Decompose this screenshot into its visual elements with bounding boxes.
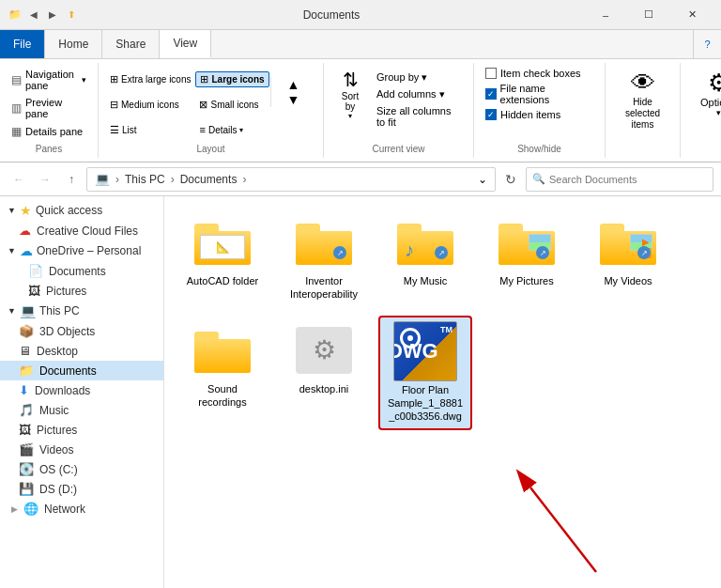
hidden-items-option[interactable]: ✓ Hidden items	[482, 108, 597, 121]
list-icon: ☰	[110, 124, 119, 136]
show-hide-items: Item check boxes ✓ File name extensions …	[482, 67, 597, 142]
maximize-button[interactable]: ☐	[627, 0, 670, 30]
size-columns-button[interactable]: Size all columns to fit	[373, 104, 466, 129]
tab-view[interactable]: View	[160, 30, 211, 58]
list-button[interactable]: ☰ List	[106, 123, 194, 137]
my-pictures-arrow: ↗	[536, 246, 549, 259]
sound-recordings-folder-icon	[194, 328, 251, 373]
minimize-button[interactable]: –	[584, 0, 627, 30]
window-icon: 📁	[8, 8, 23, 23]
add-columns-button[interactable]: Add columns ▾	[373, 87, 466, 101]
file-item-my-music[interactable]: ♪ ↗ My Music	[378, 208, 472, 308]
group-by-button[interactable]: Group by ▾	[373, 70, 466, 85]
sidebar-section-this-pc[interactable]: ▼ 💻 This PC	[0, 301, 163, 321]
group-by-label: Group by ▾	[376, 71, 427, 84]
close-button[interactable]: ✕	[670, 0, 713, 30]
file-item-inventor[interactable]: ↗ Inventor Interoperability	[277, 208, 371, 308]
tab-share[interactable]: Share	[102, 30, 160, 58]
ribbon-help-button[interactable]: ?	[693, 30, 721, 58]
sidebar-item-ds-d[interactable]: 💾 DS (D:)	[0, 479, 163, 499]
my-pictures-label: My Pictures	[499, 274, 553, 287]
onedrive-expand-icon: ▼	[8, 246, 16, 255]
details-pane-button[interactable]: ▦ Details pane	[8, 123, 90, 140]
quick-access-toolbar-forward[interactable]: ▶	[45, 8, 60, 23]
file-item-my-pictures[interactable]: ↗ My Pictures	[480, 208, 574, 308]
hidden-items-checkbox: ✓	[485, 109, 497, 120]
sound-recordings-label: Sound recordings	[182, 382, 263, 410]
os-c-icon: 💽	[19, 462, 34, 476]
onedrive-pictures-icon: 🖼	[28, 284, 40, 298]
preview-pane-button[interactable]: ▥ Preview pane	[8, 95, 90, 121]
panes-group-label: Panes	[8, 142, 90, 154]
forward-button[interactable]: →	[34, 168, 56, 191]
annotation-arrow	[521, 459, 634, 572]
small-icons-button[interactable]: ⊠ Small icons	[195, 98, 268, 112]
layout-group-label: Layout	[106, 142, 315, 154]
content-area[interactable]: 📐 AutoCAD folder ↗ Inventor Interoperabi…	[164, 196, 721, 588]
sort-by-button[interactable]: ⇅ Sort by ▾	[331, 67, 369, 122]
navigation-pane-button[interactable]: ▤ Navigation pane ▾	[8, 67, 90, 93]
sound-recordings-icon-wrapper	[190, 322, 255, 379]
layout-expand-button[interactable]: ▲ ▼	[270, 77, 315, 107]
medium-icons-icon: ⊟	[110, 99, 118, 111]
floor-plan-dwg-icon: TM DWG	[393, 321, 457, 381]
path-dropdown-arrow[interactable]: ⌄	[478, 173, 487, 186]
search-input[interactable]	[549, 174, 707, 185]
hide-selected-button[interactable]: 👁 Hide selecteditems	[613, 67, 672, 134]
sidebar-item-os-c[interactable]: 💽 OS (C:)	[0, 459, 163, 479]
ribbon-content: ▤ Navigation pane ▾ ▥ Preview pane ▦ Det…	[0, 59, 721, 162]
back-button[interactable]: ←	[8, 168, 30, 191]
medium-icons-button[interactable]: ⊟ Medium icons	[106, 98, 194, 112]
file-item-desktop-ini[interactable]: ⚙ desktop.ini	[277, 316, 371, 431]
up-button[interactable]: ↑	[60, 168, 83, 191]
inventor-folder-icon: ↗	[296, 220, 352, 265]
sidebar-item-onedrive-documents[interactable]: 📄 Documents	[0, 261, 163, 281]
sidebar-item-music[interactable]: 🎵 Music	[0, 400, 163, 420]
sidebar-section-quick-access[interactable]: ▼ ★ Quick access	[0, 200, 163, 221]
this-pc-label: This PC	[39, 304, 80, 317]
onedrive-label: OneDrive – Personal	[37, 244, 141, 257]
details-arrow: ▾	[239, 126, 243, 134]
file-item-floor-plan[interactable]: TM DWG Floor Plan Sample_1_8881_c00b3356…	[378, 316, 472, 431]
inventor-folder-arrow: ↗	[333, 246, 346, 259]
refresh-button[interactable]: ↻	[499, 168, 522, 191]
show-hide-label: Show/hide	[482, 142, 597, 154]
sort-by-label: by	[345, 101, 356, 112]
address-path[interactable]: 💻 › This PC › Documents › ⌄	[86, 167, 496, 192]
pc-icon: 💻	[95, 172, 110, 186]
large-icons-button[interactable]: ⊞ Large icons	[195, 71, 268, 87]
tab-home[interactable]: Home	[45, 30, 102, 58]
options-arrow: ▾	[716, 108, 721, 117]
sidebar-item-desktop[interactable]: 🖥 Desktop	[0, 341, 163, 361]
3d-objects-label: 3D Objects	[39, 325, 95, 338]
quick-access-toolbar-up[interactable]: ⬆	[64, 8, 79, 23]
item-checkboxes-option[interactable]: Item check boxes	[482, 67, 597, 80]
details-button[interactable]: ≡ Details ▾	[195, 123, 268, 136]
sort-icon: ⇅	[343, 69, 359, 91]
sidebar-item-onedrive-pictures[interactable]: 🖼 Pictures	[0, 281, 163, 301]
sidebar-item-pictures[interactable]: 🖼 Pictures	[0, 420, 163, 440]
sidebar-section-onedrive[interactable]: ▼ ☁ OneDrive – Personal	[0, 240, 163, 261]
small-icons-icon: ⊠	[199, 99, 207, 111]
extra-large-icons-button[interactable]: ⊞ Extra large icons	[106, 72, 194, 86]
tab-file[interactable]: File	[0, 30, 45, 58]
dwg-wheel-icon	[400, 328, 421, 348]
navigation-pane-icon: ▤	[11, 73, 22, 86]
sidebar-item-videos[interactable]: 🎬 Videos	[0, 440, 163, 459]
sidebar-item-documents[interactable]: 📁 Documents	[0, 361, 163, 380]
sidebar-item-downloads[interactable]: ⬇ Downloads	[0, 380, 163, 400]
quick-access-toolbar-back[interactable]: ◀	[26, 8, 41, 23]
sidebar-item-network[interactable]: ▶ 🌐 Network	[0, 499, 163, 518]
file-item-autocad[interactable]: 📐 AutoCAD folder	[176, 208, 269, 308]
file-item-sound-recordings[interactable]: Sound recordings	[176, 316, 269, 431]
cad-book-cover: 📐	[200, 235, 245, 259]
sort-arrow: ▾	[348, 112, 352, 120]
file-extensions-option[interactable]: ✓ File name extensions	[482, 82, 597, 106]
options-button[interactable]: ⚙ Options ▾	[688, 67, 721, 121]
sidebar-item-3d-objects[interactable]: 📦 3D Objects	[0, 321, 163, 341]
file-item-my-videos[interactable]: ▶ 🎞 ↗ My Videos	[581, 208, 675, 308]
my-music-label: My Music	[404, 274, 447, 287]
network-label: Network	[44, 503, 85, 516]
autocad-folder-icon: 📐	[194, 220, 251, 265]
sidebar-item-creative-cloud[interactable]: ☁ Creative Cloud Files	[0, 221, 163, 240]
